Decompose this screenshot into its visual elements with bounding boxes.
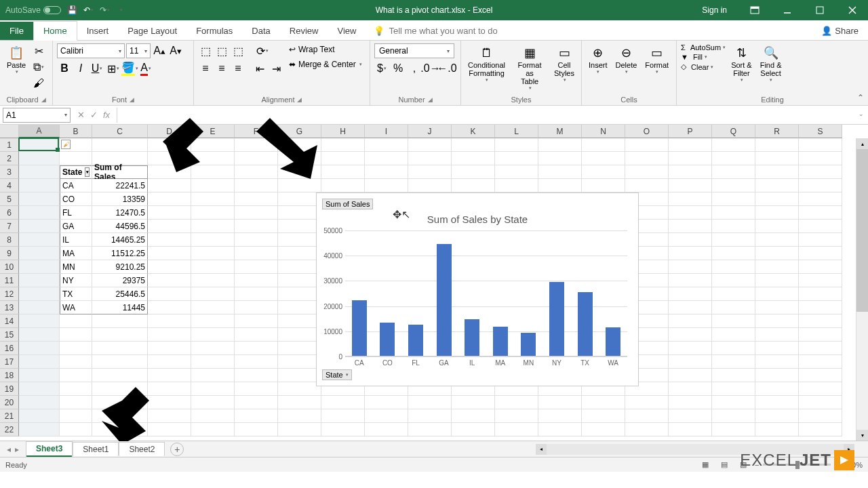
cell[interactable] [538,165,582,179]
cell[interactable] [235,287,278,301]
cell[interactable] [235,206,278,220]
cell[interactable] [148,274,191,287]
cell[interactable] [712,301,755,314]
cell[interactable] [235,369,278,382]
cell[interactable] [712,260,755,274]
cell[interactable] [278,220,321,233]
cell[interactable] [538,396,582,409]
cell[interactable] [19,328,60,342]
cell[interactable] [712,409,755,423]
cell[interactable] [452,179,495,192]
cell[interactable] [19,220,60,233]
cell[interactable] [755,287,799,301]
cell[interactable] [191,206,235,220]
tab-insert[interactable]: Insert [77,22,119,40]
sheet-tab-2[interactable]: Sheet2 [119,442,165,456]
cell[interactable] [235,328,278,342]
row-header-22[interactable]: 22 [0,423,19,436]
conditional-formatting-button[interactable]: 🗒 Conditional Formatting▾ [465,43,508,84]
clear-button[interactable]: ◇ Clear▾ [681,62,726,71]
cell[interactable] [799,369,842,382]
cell[interactable] [278,260,321,274]
cell[interactable] [235,192,278,206]
share-button[interactable]: 👤 Share [812,22,868,40]
shrink-font-icon[interactable]: A▾ [168,43,183,58]
tab-review[interactable]: Review [280,22,328,40]
cell[interactable] [19,423,60,436]
number-format-combo[interactable]: General▾ [374,43,454,58]
chart-title[interactable]: Sum of Sales by State [317,214,638,225]
cell[interactable] [755,342,799,355]
cell[interactable] [625,396,669,409]
save-icon[interactable]: 💾 [66,5,77,16]
cell[interactable] [148,247,191,260]
row-header-1[interactable]: 1 [0,138,19,152]
cell[interactable] [321,165,365,179]
cell[interactable] [669,301,712,314]
chart-plot-area[interactable]: 01000020000300004000050000 [345,230,627,357]
font-launcher-icon[interactable]: ◢ [130,96,134,103]
align-right-icon[interactable]: ≡ [231,61,245,76]
row-header-7[interactable]: 7 [0,220,19,233]
cell[interactable] [495,409,538,423]
cell[interactable] [191,382,235,396]
cell[interactable] [538,152,582,165]
row-header-16[interactable]: 16 [0,342,19,355]
cell[interactable] [148,423,191,436]
sheet-tab-active[interactable]: Sheet3 [26,441,73,457]
col-header-Q[interactable]: Q [712,125,755,138]
cell[interactable] [755,138,799,152]
cell[interactable] [582,138,625,152]
cell[interactable]: 22241.5 [92,179,148,192]
cell[interactable] [712,165,755,179]
cell[interactable] [191,423,235,436]
cell[interactable] [755,314,799,328]
cell[interactable] [669,382,712,396]
chart-bar[interactable] [465,319,479,356]
col-header-A[interactable]: A [19,125,60,138]
cell[interactable] [755,274,799,287]
cell[interactable] [669,138,712,152]
cell[interactable]: State▾ [60,165,92,179]
cell[interactable] [191,369,235,382]
cell[interactable] [148,220,191,233]
cell[interactable] [92,328,148,342]
cell[interactable] [669,396,712,409]
cell[interactable] [19,342,60,355]
cell[interactable] [191,179,235,192]
add-sheet-button[interactable]: + [170,443,184,456]
cell[interactable] [19,396,60,409]
cell[interactable] [235,314,278,328]
row-header-18[interactable]: 18 [0,369,19,382]
cell[interactable] [408,409,452,423]
cell[interactable]: TX [60,287,92,301]
cell[interactable]: 29375 [92,274,148,287]
row-header-6[interactable]: 6 [0,206,19,220]
close-icon[interactable] [837,0,868,20]
indent-decrease-icon[interactable]: ⇤ [252,61,267,76]
cell[interactable] [148,382,191,396]
cell[interactable] [408,152,452,165]
cell[interactable] [755,206,799,220]
cut-icon[interactable]: ✂ [31,43,46,58]
row-header-9[interactable]: 9 [0,247,19,260]
cell[interactable] [582,165,625,179]
row-header-12[interactable]: 12 [0,287,19,301]
cancel-formula-icon[interactable]: ✕ [77,110,85,120]
cell[interactable] [755,382,799,396]
cell[interactable] [712,274,755,287]
underline-icon[interactable]: U▾ [90,61,104,76]
scroll-up-icon[interactable]: ▴ [856,138,868,149]
cell[interactable] [191,328,235,342]
cell[interactable] [148,179,191,192]
fx-icon[interactable]: fx [103,110,110,120]
row-header-2[interactable]: 2 [0,152,19,165]
redo-icon[interactable]: ↷▾ [99,5,110,16]
row-header-5[interactable]: 5 [0,192,19,206]
cell[interactable] [799,165,842,179]
percent-icon[interactable]: % [391,61,406,76]
cell[interactable] [408,423,452,436]
tell-me-search[interactable]: 💡 Tell me what you want to do [366,22,505,40]
cell[interactable] [365,179,408,192]
cell[interactable]: MN [60,260,92,274]
